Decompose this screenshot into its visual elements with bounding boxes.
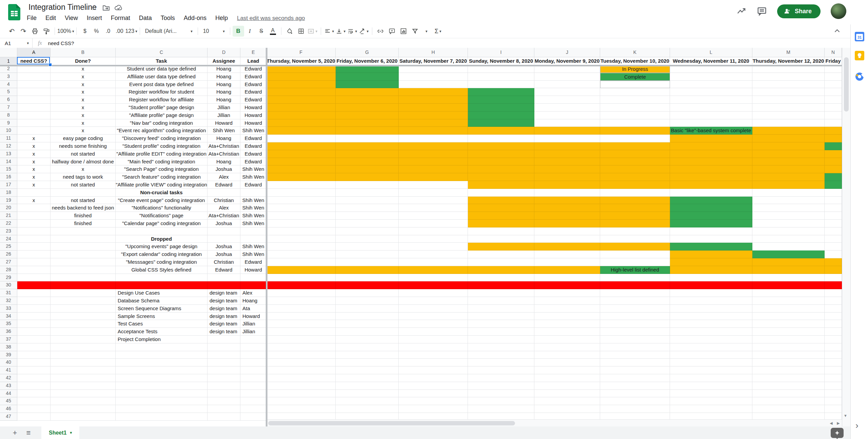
cell-I46[interactable] [468, 405, 534, 413]
cell-D6[interactable]: Hoang [208, 96, 240, 104]
cell-F15[interactable] [267, 165, 336, 173]
cell-N18[interactable] [825, 189, 842, 197]
cell-L4[interactable] [670, 81, 752, 88]
cell-N33[interactable] [825, 305, 842, 313]
cell-A27[interactable] [17, 258, 51, 266]
cell-H13[interactable] [399, 150, 468, 158]
cell-L31[interactable] [670, 289, 752, 297]
cell-E46[interactable] [240, 405, 267, 413]
cell-I4[interactable] [468, 81, 534, 88]
cell-I42[interactable] [468, 374, 534, 382]
cell-K31[interactable] [600, 289, 670, 297]
cell-B22[interactable]: finished [51, 220, 116, 227]
cell-H24[interactable] [399, 235, 468, 243]
cell-H46[interactable] [399, 405, 468, 413]
cell-C17[interactable]: "Affiliate profile VIEW" coding integrat… [116, 181, 208, 189]
cell-D33[interactable]: design team [208, 305, 240, 313]
cell-D22[interactable]: Joshua [208, 220, 240, 227]
cell-H45[interactable] [399, 397, 468, 405]
row-header-30[interactable]: 30 [0, 281, 17, 289]
cell-H12[interactable] [399, 142, 468, 150]
vertical-scrollbar-thumb[interactable] [844, 57, 849, 112]
column-header-G[interactable]: G [336, 48, 399, 57]
cell-J40[interactable] [534, 359, 600, 366]
cell-L20[interactable] [670, 204, 752, 212]
cell-I16[interactable] [468, 173, 534, 181]
cell-F8[interactable] [267, 112, 336, 119]
cell-E28[interactable]: Howard [240, 266, 267, 274]
cell-M25[interactable] [752, 243, 825, 251]
cell-F40[interactable] [267, 359, 336, 366]
insights-icon[interactable] [736, 6, 747, 16]
cell-I41[interactable] [468, 366, 534, 374]
cell-I34[interactable] [468, 313, 534, 320]
cell-J31[interactable] [534, 289, 600, 297]
cell-J25[interactable] [534, 243, 600, 251]
column-header-C[interactable]: C [116, 48, 208, 57]
cell-K13[interactable] [600, 150, 670, 158]
cell-M16[interactable] [752, 173, 825, 181]
cell-M1[interactable]: Thursday, November 12, 2020 [752, 57, 825, 65]
cell-H42[interactable] [399, 374, 468, 382]
cell-G4[interactable] [336, 81, 399, 88]
cell-I39[interactable] [468, 351, 534, 359]
cell-H9[interactable] [399, 119, 468, 127]
cell-B32[interactable] [51, 297, 116, 305]
cell-M35[interactable] [752, 320, 825, 328]
cell-C28[interactable]: Global CSS Styles defined [116, 266, 208, 274]
cell-N25[interactable] [825, 243, 842, 251]
cell-M3[interactable] [752, 73, 825, 81]
cell-J27[interactable] [534, 258, 600, 266]
cell-D37[interactable] [208, 336, 240, 343]
cell-K8[interactable] [600, 112, 670, 119]
cell-E33[interactable]: Ata [240, 305, 267, 313]
cell-M43[interactable] [752, 382, 825, 390]
cell-J3[interactable] [534, 73, 600, 81]
cell-D23[interactable] [208, 227, 240, 235]
cell-E7[interactable]: Howard [240, 104, 267, 112]
cell-C25[interactable]: "Upcoming events" page design [116, 243, 208, 251]
cell-H44[interactable] [399, 390, 468, 398]
cell-E26[interactable]: Shih Wen [240, 251, 267, 258]
cell-A12[interactable]: x [17, 142, 51, 150]
cell-J20[interactable] [534, 204, 600, 212]
cell-K33[interactable] [600, 305, 670, 313]
cell-K30[interactable] [600, 281, 670, 289]
cell-F42[interactable] [267, 374, 336, 382]
cell-J13[interactable] [534, 150, 600, 158]
cell-G33[interactable] [336, 305, 399, 313]
cell-J28[interactable] [534, 266, 600, 274]
cell-D32[interactable]: design team [208, 297, 240, 305]
cell-G18[interactable] [336, 189, 399, 197]
sheets-logo-icon[interactable] [8, 4, 20, 20]
column-header-E[interactable]: E [240, 48, 267, 57]
cell-I10[interactable] [468, 127, 534, 135]
cell-M8[interactable] [752, 112, 825, 119]
cell-A39[interactable] [17, 351, 51, 359]
cell-F21[interactable] [267, 212, 336, 220]
cell-B37[interactable] [51, 336, 116, 343]
row-header-8[interactable]: 8 [0, 112, 17, 119]
cell-F1[interactable]: Thursday, November 5, 2020 [267, 57, 336, 65]
cell-F16[interactable] [267, 173, 336, 181]
cell-L35[interactable] [670, 320, 752, 328]
cell-G29[interactable] [336, 274, 399, 282]
cell-M21[interactable] [752, 212, 825, 220]
cell-D41[interactable] [208, 366, 240, 374]
row-header-28[interactable]: 28 [0, 266, 17, 274]
cell-K9[interactable] [600, 119, 670, 127]
cell-I29[interactable] [468, 274, 534, 282]
cell-B15[interactable]: x [51, 165, 116, 173]
cell-K17[interactable] [600, 181, 670, 189]
cell-A41[interactable] [17, 366, 51, 374]
cell-J4[interactable] [534, 81, 600, 88]
cell-H26[interactable] [399, 251, 468, 258]
row-header-14[interactable]: 14 [0, 158, 17, 166]
cell-I32[interactable] [468, 297, 534, 305]
cell-B19[interactable]: not started [51, 197, 116, 204]
cell-F27[interactable] [267, 258, 336, 266]
cell-G41[interactable] [336, 366, 399, 374]
cell-C37[interactable]: Project Completion [116, 336, 208, 343]
cell-A46[interactable] [17, 405, 51, 413]
filter-views-button[interactable]: ▾ [421, 26, 432, 37]
